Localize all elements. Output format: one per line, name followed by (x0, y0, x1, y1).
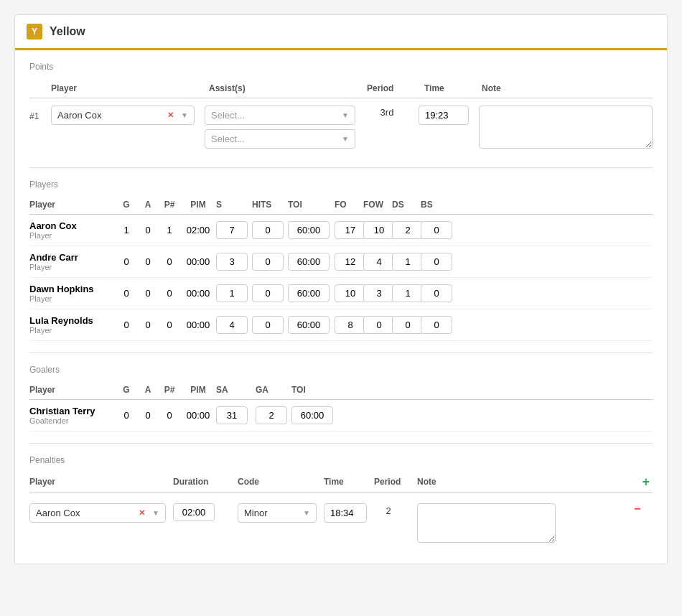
stat-fow-input[interactable] (363, 253, 395, 271)
stat-ds-input[interactable] (392, 316, 424, 334)
stat-hits-input[interactable] (252, 316, 284, 334)
assists-wrap: Select... ▼ Select... ▼ (205, 106, 355, 149)
pen-h-duration: Duration (173, 477, 238, 487)
stat-fo-input[interactable] (335, 253, 366, 271)
points-col-headers: Player Assist(s) Period Time Note (29, 79, 653, 98)
stat-toi-input[interactable] (288, 316, 330, 334)
stat-fow-wrap (363, 316, 392, 334)
stat-hits-input[interactable] (252, 221, 284, 239)
stat-fo-wrap (335, 221, 363, 239)
goaler-row: Christian Terry Goaltender 0 0 0 00:00 (29, 400, 653, 431)
stat-fo-input[interactable] (335, 221, 366, 239)
stat-toi-input[interactable] (288, 221, 330, 239)
clear-player-icon[interactable]: ✕ (167, 111, 174, 120)
stat-bs-input[interactable] (421, 253, 452, 271)
stat-toi-wrap (288, 316, 335, 334)
points-section: Points Player Assist(s) Period Time Note… (15, 50, 667, 167)
stat-fow-input[interactable] (363, 221, 395, 239)
stat-pim: 00:00 (180, 319, 216, 330)
stat-ds-input[interactable] (392, 253, 424, 271)
player-select-value: Aaron Cox (57, 110, 101, 121)
player-name: Andre Carr (29, 252, 116, 263)
player-role: Player (29, 294, 116, 303)
penalties-section: Penalties Player Duration Code Time Peri… (15, 444, 667, 564)
remove-penalty-button[interactable]: − (631, 497, 643, 515)
goaler-name: Christian Terry (29, 406, 116, 416)
stat-fow-wrap (363, 253, 392, 271)
goalers-section: Goalers Player G A P# PIM SA GA TOI Chri… (15, 353, 667, 443)
stat-g: 0 (116, 256, 137, 267)
stat-toi-input[interactable] (288, 284, 330, 302)
stat-fow-input[interactable] (363, 284, 395, 302)
pen-code-select[interactable]: Minor ▼ (238, 503, 317, 523)
time-input[interactable] (419, 106, 469, 125)
stat-toi-wrap (288, 284, 335, 302)
player-role: Player (29, 326, 116, 335)
stat-hits-input[interactable] (252, 253, 284, 271)
stat-s-wrap (216, 221, 252, 239)
stat-s-input[interactable] (216, 316, 248, 334)
player-role: Player (29, 231, 116, 240)
stat-toi-input[interactable] (288, 253, 330, 271)
players-label: Players (29, 179, 653, 190)
stat-a: 0 (137, 256, 159, 267)
stat-ds-wrap (392, 284, 421, 302)
player-name-block: Dawn Hopkins Player (29, 284, 116, 303)
stat-g: 0 (116, 319, 137, 330)
ph-hits: HITS (252, 200, 288, 210)
stat-s-input[interactable] (216, 253, 248, 271)
ph-g: G (116, 200, 137, 210)
stat-s-wrap (216, 284, 252, 302)
stat-ds-wrap (392, 316, 421, 334)
stat-ds-input[interactable] (392, 284, 424, 302)
goaler-name-block: Christian Terry Goaltender (29, 406, 116, 425)
stat-bs-wrap (421, 221, 449, 239)
goalers-rows-container: Christian Terry Goaltender 0 0 0 00:00 (29, 400, 653, 431)
stat-bs-input[interactable] (421, 284, 452, 302)
pen-duration-input[interactable] (173, 503, 215, 521)
pen-note-textarea[interactable] (417, 503, 556, 543)
penalties-rows-container: Aaron Cox ✕ ▼ Minor ▼ 2 − (29, 493, 653, 552)
goalers-label: Goalers (29, 365, 653, 375)
clear-pen-player-icon[interactable]: ✕ (139, 508, 145, 518)
stat-bs-wrap (421, 316, 449, 334)
player-row: Aaron Cox Player 1 0 1 02:00 (29, 215, 653, 246)
stat-hits-input[interactable] (252, 284, 284, 302)
ph-s: S (216, 200, 252, 210)
add-penalty-button[interactable]: + (639, 475, 653, 489)
pen-time-input[interactable] (324, 503, 367, 523)
stat-s-input[interactable] (216, 221, 248, 239)
goaler-ga-input[interactable] (256, 406, 287, 424)
pen-player-select[interactable]: Aaron Cox ✕ ▼ (29, 503, 166, 523)
pen-period-value: 2 (374, 500, 403, 516)
assist1-placeholder: Select... (211, 110, 245, 121)
player-select-wrap: Aaron Cox ✕ ▼ (51, 106, 195, 125)
stat-fow-input[interactable] (363, 316, 395, 334)
pen-note-wrap (417, 500, 631, 545)
stat-hits-wrap (252, 253, 288, 271)
player-select[interactable]: Aaron Cox ✕ ▼ (51, 106, 195, 125)
note-textarea[interactable] (479, 106, 653, 149)
goaler-sa-wrap (216, 406, 256, 424)
points-row: #1 Aaron Cox ✕ ▼ Select... ▼ Select... (29, 98, 653, 156)
assist1-select[interactable]: Select... ▼ (205, 106, 355, 125)
goaler-pim: 00:00 (180, 410, 216, 421)
stat-bs-wrap (421, 284, 449, 302)
stat-s-input[interactable] (216, 284, 248, 302)
chevron-down-icon: ▼ (342, 111, 349, 119)
stat-fo-wrap (335, 316, 363, 334)
pen-h-code: Code (238, 477, 324, 487)
stat-bs-input[interactable] (421, 221, 452, 239)
player-row: Dawn Hopkins Player 0 0 0 00:00 (29, 278, 653, 309)
gh-toi: TOI (291, 385, 338, 395)
stat-bs-input[interactable] (421, 316, 452, 334)
goaler-sa-input[interactable] (216, 406, 248, 424)
stat-fo-input[interactable] (335, 284, 366, 302)
assist2-select[interactable]: Select... ▼ (205, 129, 355, 149)
players-col-headers: Player G A P# PIM S HITS TOI FO FOW DS B… (29, 197, 653, 215)
stat-hits-wrap (252, 284, 288, 302)
stat-ds-input[interactable] (392, 221, 424, 239)
stat-fo-input[interactable] (335, 316, 366, 334)
goaler-toi-input[interactable] (291, 406, 333, 424)
pen-code-wrap: Minor ▼ (238, 500, 324, 523)
